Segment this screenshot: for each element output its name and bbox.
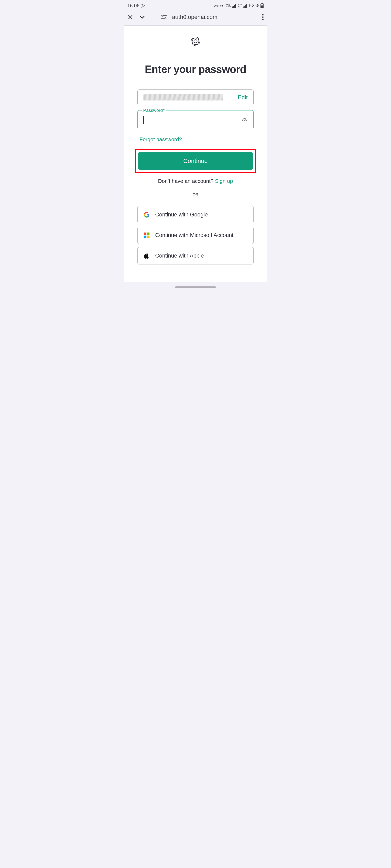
svg-rect-5 bbox=[235, 4, 236, 8]
edit-link[interactable]: Edit bbox=[238, 94, 248, 101]
password-label: Password* bbox=[142, 108, 166, 113]
password-box[interactable] bbox=[137, 110, 254, 129]
close-icon[interactable] bbox=[127, 14, 133, 20]
svg-rect-3 bbox=[233, 6, 234, 8]
svg-point-18 bbox=[194, 40, 197, 43]
svg-point-15 bbox=[262, 14, 263, 16]
svg-rect-4 bbox=[234, 5, 235, 8]
svg-rect-6 bbox=[243, 6, 244, 8]
battery-icon bbox=[260, 3, 264, 8]
gesture-bar bbox=[123, 282, 268, 292]
svg-rect-20 bbox=[144, 232, 146, 235]
signup-row: Don't have an account? Sign up bbox=[137, 178, 254, 184]
password-input[interactable] bbox=[144, 117, 202, 123]
signup-link[interactable]: Sign up bbox=[215, 178, 233, 184]
svg-rect-9 bbox=[246, 4, 247, 8]
page-content: Enter your password Edit Password* Forgo… bbox=[123, 26, 268, 282]
google-icon bbox=[144, 212, 149, 218]
email-redacted bbox=[143, 94, 223, 100]
email-display-box: Edit bbox=[137, 90, 254, 105]
svg-rect-22 bbox=[144, 236, 146, 238]
microsoft-button-label: Continue with Microsoft Account bbox=[155, 232, 233, 239]
google-button-label: Continue with Google bbox=[155, 212, 208, 218]
or-divider: OR bbox=[137, 192, 254, 197]
continue-apple-button[interactable]: Continue with Apple bbox=[137, 247, 254, 265]
continue-google-button[interactable]: Continue with Google bbox=[137, 206, 254, 223]
forgot-password-link[interactable]: Forgot password? bbox=[139, 136, 254, 143]
or-text: OR bbox=[192, 192, 199, 197]
gesture-pill[interactable] bbox=[175, 286, 216, 288]
apple-button-label: Continue with Apple bbox=[155, 253, 204, 259]
status-right: Vo)) LTE1 4G+ ⇵ 62% bbox=[214, 2, 264, 9]
openai-logo-icon bbox=[190, 36, 201, 47]
site-settings-icon[interactable] bbox=[161, 14, 167, 20]
signal-icon bbox=[232, 4, 236, 8]
chevron-down-icon[interactable] bbox=[139, 13, 146, 21]
volte-label: Vo)) LTE1 bbox=[226, 4, 231, 8]
continue-microsoft-button[interactable]: Continue with Microsoft Account bbox=[137, 227, 254, 244]
svg-point-1 bbox=[222, 5, 223, 6]
status-time: 16:06 bbox=[127, 3, 139, 8]
url-text[interactable]: auth0.openai.com bbox=[172, 14, 218, 20]
svg-rect-23 bbox=[147, 236, 149, 238]
page-title: Enter your password bbox=[137, 63, 254, 75]
send-icon bbox=[141, 4, 145, 8]
svg-rect-12 bbox=[261, 5, 263, 8]
continue-highlight: Continue bbox=[135, 149, 256, 173]
eye-icon[interactable] bbox=[242, 118, 248, 122]
vpn-key-icon bbox=[214, 4, 219, 8]
svg-point-14 bbox=[165, 18, 166, 19]
svg-rect-2 bbox=[232, 6, 233, 8]
logo-wrap bbox=[123, 34, 268, 63]
more-vert-icon[interactable] bbox=[262, 14, 264, 20]
svg-point-17 bbox=[262, 19, 263, 20]
battery-percent: 62% bbox=[249, 2, 259, 9]
status-left: 16:06 bbox=[127, 3, 145, 8]
svg-point-0 bbox=[214, 5, 216, 6]
svg-point-19 bbox=[244, 119, 245, 121]
svg-rect-8 bbox=[245, 5, 246, 8]
svg-rect-21 bbox=[147, 232, 149, 235]
svg-point-16 bbox=[262, 17, 263, 18]
signal-icon-2 bbox=[243, 4, 247, 8]
continue-button[interactable]: Continue bbox=[138, 152, 253, 169]
browser-address-bar: auth0.openai.com bbox=[123, 9, 268, 26]
svg-rect-7 bbox=[244, 6, 245, 8]
no-account-text: Don't have an account? bbox=[158, 178, 215, 184]
network-label: 4G+ ⇵ bbox=[238, 4, 242, 8]
svg-point-13 bbox=[162, 15, 163, 16]
hotspot-icon bbox=[220, 3, 225, 8]
status-bar: 16:06 Vo)) LTE1 4G+ ⇵ 62% bbox=[123, 0, 268, 9]
apple-icon bbox=[144, 253, 149, 259]
microsoft-icon bbox=[144, 232, 149, 238]
password-field-wrap: Password* bbox=[137, 110, 254, 129]
